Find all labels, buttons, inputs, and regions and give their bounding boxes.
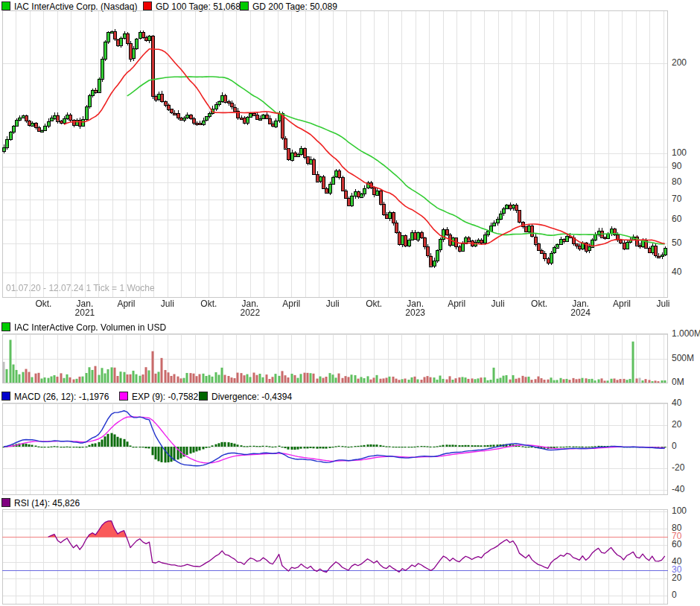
price-y-axis-label: 60 — [672, 214, 681, 224]
macd-y-axis-label: -40 — [672, 485, 684, 494]
price-y-axis-label: 90 — [672, 162, 681, 171]
series-swatch-gd200 — [240, 1, 249, 10]
x-axis-year-label: 2022 — [226, 308, 274, 317]
x-axis-year-label: 2024 — [557, 308, 605, 317]
macd-y-axis-label: 40 — [672, 398, 681, 408]
legend-item-macd: MACD (26, 12): -1,1976 — [1, 392, 109, 402]
series-swatch-gd100 — [143, 1, 152, 10]
price-y-axis-label: 50 — [672, 238, 681, 248]
rsi-y-axis-label: 20 — [672, 573, 681, 583]
price-chart-canvas — [2, 10, 668, 298]
rsi-y-axis-label: 0 — [672, 590, 677, 600]
volume-y-axis-label: 1.000M — [672, 329, 700, 339]
legend-item-volume: IAC InterActive Corp. Volumen in USD — [1, 322, 166, 333]
x-axis-month-label: Okt. — [350, 299, 398, 308]
legend-label-rsi: RSI (14): 45,826 — [14, 498, 80, 508]
series-swatch-macd — [1, 392, 10, 401]
price-y-axis-label: 70 — [672, 194, 681, 204]
price-y-axis-label: 40 — [672, 267, 681, 277]
price-y-axis-label: 100 — [672, 148, 687, 158]
macd-y-axis-label: -20 — [672, 463, 684, 473]
rsi-y-axis-label: 100 — [672, 506, 687, 516]
x-axis-month-label: Okt. — [185, 299, 232, 308]
series-swatch-divergence — [199, 392, 208, 401]
series-swatch-exp — [119, 392, 128, 401]
macd-chart-canvas — [2, 403, 668, 495]
legend-item-exp: EXP (9): -0,7582 — [119, 392, 198, 402]
x-axis-month-label: April — [433, 299, 480, 308]
x-axis-month-label: Okt. — [19, 299, 67, 308]
legend-item-rsi: RSI (14): 45,826 — [1, 498, 80, 508]
price-y-axis-label: 80 — [672, 177, 681, 187]
x-axis-month-label: April — [102, 299, 150, 308]
date-range-watermark: 01.07.20 - 12.07.24 1 Tick = 1 Woche — [6, 283, 155, 293]
legend-label-volume: IAC InterActive Corp. Volumen in USD — [14, 322, 166, 333]
legend-label-divergence: Divergence: -0,4394 — [211, 392, 292, 402]
series-swatch-volume — [1, 322, 10, 331]
x-axis-year-label: 2023 — [392, 308, 439, 317]
macd-y-axis-label: 0 — [672, 441, 677, 451]
macd-y-axis-label: 20 — [672, 420, 681, 430]
legend-label-macd: MACD (26, 12): -1,1976 — [14, 392, 109, 402]
stock-chart: IAC InterActive Corp. (Nasdaq) GD 100 Ta… — [0, 0, 700, 606]
volume-chart-canvas — [2, 334, 668, 383]
series-swatch-rsi — [1, 498, 10, 507]
rsi-y-axis-label: 60 — [672, 540, 681, 549]
x-axis-month-label: April — [598, 299, 646, 308]
legend-label-exp: EXP (9): -0,7582 — [132, 392, 198, 402]
volume-legend: IAC InterActive Corp. Volumen in USD — [0, 322, 700, 333]
x-axis-year-label: 2021 — [61, 308, 109, 317]
x-axis-month-label: Okt. — [515, 299, 563, 308]
series-swatch-price — [1, 1, 10, 10]
rsi-chart-canvas — [2, 509, 668, 605]
x-axis-month-label: Juli — [474, 299, 522, 308]
x-axis-month-label: Juli — [309, 299, 357, 308]
rsi-legend: RSI (14): 45,826 — [0, 498, 700, 508]
x-axis-month-label: Juli — [640, 299, 687, 308]
x-axis-month-label: Juli — [144, 299, 191, 308]
macd-legend: MACD (26, 12): -1,1976 EXP (9): -0,7582 … — [0, 392, 700, 402]
legend-item-divergence: Divergence: -0,4394 — [199, 392, 292, 402]
volume-y-axis-label: 0M — [672, 377, 684, 387]
x-axis-month-label: April — [267, 299, 315, 308]
volume-y-axis-label: 500M — [672, 354, 694, 363]
price-y-axis-label: 200 — [672, 58, 687, 68]
